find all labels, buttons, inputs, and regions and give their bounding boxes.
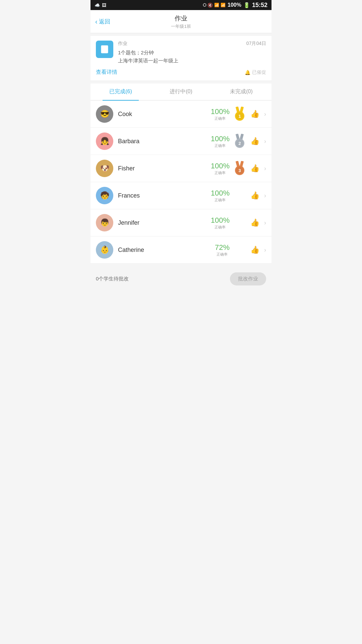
medal-bronze: 3 xyxy=(233,162,246,175)
assignment-info: 作业 07月04日 1个题包；2分钟 上海牛津英语一起一年级上 xyxy=(118,41,266,65)
remind-label: 已催促 xyxy=(252,69,266,75)
page-header: ‹ 返回 作业 一年级1班 xyxy=(90,10,272,33)
tab-completed[interactable]: 已完成(6) xyxy=(90,84,151,100)
image-icon: 🖼 xyxy=(102,3,106,8)
document-icon xyxy=(100,45,109,54)
student-score: 100%正确率 xyxy=(211,135,230,148)
mute-icon: 🔇 xyxy=(207,3,213,8)
student-name: Jennifer xyxy=(118,219,211,226)
chevron-right-icon: › xyxy=(264,192,266,199)
score-percent: 100% xyxy=(211,162,230,170)
chevron-right-icon: › xyxy=(264,138,266,145)
avatar: 👧 xyxy=(96,132,113,150)
grade-button[interactable]: 批改作业 xyxy=(230,272,266,285)
medal-gold: 1 xyxy=(233,107,246,121)
assignment-icon xyxy=(96,41,113,58)
status-right: ⬡ 🔇 📶 📶 100% 🔋 15:52 xyxy=(203,2,267,9)
avatar: 👶 xyxy=(96,241,113,259)
page-subtitle: 一年级1班 xyxy=(90,23,272,30)
avatar: 👦 xyxy=(96,214,113,231)
score-percent: 100% xyxy=(211,216,230,225)
avatar: 😎 xyxy=(96,105,113,123)
student-row[interactable]: 😎Cook100%正确率 1 👍› xyxy=(90,101,272,128)
status-icons: ⬡ 🔇 📶 📶 xyxy=(203,3,226,8)
assignment-card: 作业 07月04日 1个题包；2分钟 上海牛津英语一起一年级上 查看详情 🔔 已… xyxy=(90,36,272,81)
remind-button[interactable]: 🔔 已催促 xyxy=(245,69,266,75)
status-bar: ☁️ 🖼 ⬡ 🔇 📶 📶 100% 🔋 15:52 xyxy=(90,0,272,10)
like-button[interactable]: 👍 xyxy=(250,137,259,146)
like-button[interactable]: 👍 xyxy=(250,246,259,254)
svg-text:2: 2 xyxy=(238,141,241,146)
student-row[interactable]: 🧒Frances100%正确率👍› xyxy=(90,182,272,209)
student-score: 72%正确率 xyxy=(215,243,230,257)
score-percent: 100% xyxy=(211,135,230,143)
student-name: Frances xyxy=(118,192,211,199)
medal-none xyxy=(233,189,246,202)
student-row[interactable]: 👶Catherine72%正确率👍› xyxy=(90,236,272,264)
like-button[interactable]: 👍 xyxy=(250,218,259,227)
medal-none xyxy=(233,216,246,229)
svg-text:3: 3 xyxy=(238,168,241,173)
student-score: 100%正确率 xyxy=(211,189,230,203)
medal-none xyxy=(233,243,246,257)
student-row[interactable]: 🐶Fisher100%正确率 3 👍› xyxy=(90,155,272,182)
score-percent: 100% xyxy=(211,107,230,116)
score-label: 正确率 xyxy=(211,225,230,230)
status-left: ☁️ 🖼 xyxy=(95,3,106,8)
assignment-desc1: 1个题包；2分钟 xyxy=(118,49,266,57)
score-percent: 72% xyxy=(215,243,230,252)
clock: 15:52 xyxy=(252,2,267,9)
page-title: 作业 xyxy=(90,14,272,23)
assignment-label: 作业 xyxy=(118,41,127,47)
tab-incomplete[interactable]: 未完成(0) xyxy=(211,84,272,100)
score-percent: 100% xyxy=(211,189,230,198)
tab-completed-label: 已完成(6) xyxy=(109,89,132,94)
tabs-bar: 已完成(6) 进行中(0) 未完成(0) xyxy=(90,84,272,101)
score-label: 正确率 xyxy=(211,170,230,175)
score-label: 正确率 xyxy=(211,116,230,121)
signal-icon: 📶 xyxy=(221,3,226,7)
battery-percent: 100% xyxy=(228,2,241,8)
view-detail-button[interactable]: 查看详情 xyxy=(96,69,117,76)
score-label: 正确率 xyxy=(211,143,230,148)
assignment-actions: 查看详情 🔔 已催促 xyxy=(96,69,266,76)
back-label: 返回 xyxy=(99,18,110,25)
tab-inprogress[interactable]: 进行中(0) xyxy=(151,84,211,100)
chevron-right-icon: › xyxy=(264,219,266,226)
battery-icon: 🔋 xyxy=(243,2,250,8)
student-score: 100%正确率 xyxy=(211,216,230,230)
svg-text:1: 1 xyxy=(238,114,241,119)
like-button[interactable]: 👍 xyxy=(250,191,259,200)
like-button[interactable]: 👍 xyxy=(250,164,259,173)
score-label: 正确率 xyxy=(215,252,230,257)
student-list: 😎Cook100%正确率 1 👍›👧Barbara100%正确率 2 👍›🐶Fi… xyxy=(90,101,272,264)
pending-text: 0个学生待批改 xyxy=(96,276,129,282)
like-button[interactable]: 👍 xyxy=(250,110,259,118)
student-name: Fisher xyxy=(118,165,211,172)
back-button[interactable]: ‹ 返回 xyxy=(95,18,110,25)
bell-icon: 🔔 xyxy=(245,70,250,75)
chevron-right-icon: › xyxy=(264,165,266,172)
student-row[interactable]: 👦Jennifer100%正确率👍› xyxy=(90,209,272,236)
score-label: 正确率 xyxy=(211,198,230,203)
medal-silver: 2 xyxy=(233,135,246,148)
student-score: 100%正确率 xyxy=(211,162,230,175)
assignment-date: 07月04日 xyxy=(246,41,266,47)
student-row[interactable]: 👧Barbara100%正确率 2 👍› xyxy=(90,128,272,155)
tab-incomplete-label: 未完成(0) xyxy=(230,89,253,94)
student-name: Cook xyxy=(118,111,211,118)
assignment-desc2: 上海牛津英语一起一年级上 xyxy=(118,57,266,65)
footer: 0个学生待批改 批改作业 xyxy=(90,266,272,291)
assignment-desc: 1个题包；2分钟 上海牛津英语一起一年级上 xyxy=(118,49,266,65)
student-name: Barbara xyxy=(118,138,211,145)
student-name: Catherine xyxy=(118,247,215,254)
avatar: 🧒 xyxy=(96,187,113,204)
weather-icon: ☁️ xyxy=(95,3,100,8)
tab-inprogress-label: 进行中(0) xyxy=(170,89,192,94)
student-score: 100%正确率 xyxy=(211,107,230,121)
chevron-right-icon: › xyxy=(264,247,266,254)
bluetooth-icon: ⬡ xyxy=(203,3,206,7)
avatar: 🐶 xyxy=(96,160,113,177)
wifi-icon: 📶 xyxy=(214,3,219,7)
back-chevron-icon: ‹ xyxy=(95,18,98,25)
